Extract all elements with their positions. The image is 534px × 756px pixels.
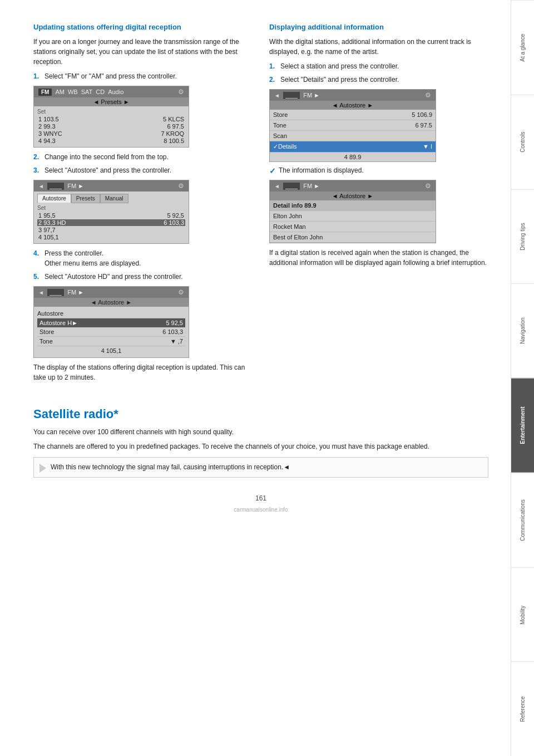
station-right: 8 100.5: [164, 138, 184, 144]
right-radio-top-2: ◄ ____ FM ► ⚙: [270, 180, 436, 192]
sidebar-item-communications[interactable]: Communications: [511, 473, 534, 567]
autostore-bar-3: ◄ Autostore ►: [34, 298, 189, 307]
menu-label: ✓Details: [273, 143, 297, 150]
menu-value: 5 106.9: [412, 111, 432, 118]
corner-icon-3: ⚙: [178, 288, 184, 296]
station-row: 1 103.5 5 KLCS: [37, 116, 185, 122]
station-list-2: 1 95,5 5 92,5 2 93,3 HD 6 103,3 3 97,7: [37, 212, 185, 240]
track-name: Rocket Man: [273, 223, 306, 230]
menu-item-autostore-hd-selected: Autostore H► 5 92,5: [37, 318, 185, 327]
right-radio-screen-1: ◄ ____ FM ► ⚙ ◄ Autostore ► Store 5 106.…: [269, 89, 436, 162]
artist-name: Elton John: [273, 213, 302, 219]
right-radio-top-1: ◄ ____ FM ► ⚙: [270, 90, 436, 101]
fm-indicator: ____: [47, 183, 64, 190]
check-icon: ✓: [269, 166, 276, 175]
menu-label: Store: [39, 328, 54, 335]
satellite-section: Satellite radio* You can receive over 10…: [33, 407, 488, 483]
menu-value: 6 97.5: [415, 122, 432, 129]
fm-indicator: ____: [283, 92, 300, 99]
radio-top-bar-3: ◄ ____ FM ► ⚙: [34, 287, 189, 298]
radio-top-bar-2: ◄ ____ FM ► ⚙: [34, 180, 189, 192]
cd-label: CD: [96, 89, 105, 95]
radio-body: Set 1 103.5 5 KLCS 2 99.3 6 97.5: [34, 106, 189, 147]
left-intro-text: If you are on a longer journey and leave…: [33, 37, 253, 67]
manual-tab[interactable]: Manual: [100, 194, 128, 203]
step-num: 5.: [33, 272, 41, 282]
sidebar-item-entertainment[interactable]: Entertainment: [511, 378, 534, 473]
station-row: 3 WNYC 7 KROQ: [37, 130, 185, 137]
sidebar-item-controls[interactable]: Controls: [511, 95, 534, 189]
step-text: Select "Autostore HD" and press the cont…: [44, 272, 183, 282]
sidebar-item-reference[interactable]: Reference: [511, 661, 534, 756]
radio-screen-3: ◄ ____ FM ► ⚙ ◄ Autostore ► Autostore Au…: [33, 286, 189, 358]
note-triangle-icon: [39, 464, 46, 473]
menu-label: Autostore H►: [39, 320, 78, 326]
menu-value: ▼ I: [423, 143, 432, 150]
radio-screen-1: FM AM WB SAT CD Audio ⚙ ◄ Presets ► Set: [33, 86, 189, 148]
autostore-bar-right-1: ◄ Autostore ►: [270, 101, 436, 110]
list-item: 5. Select "Autostore HD" and press the c…: [33, 272, 253, 282]
audio-label: Audio: [108, 89, 123, 95]
sidebar-item-at-a-glance[interactable]: At a glance: [511, 0, 534, 95]
list-item: 1. Select a station and press the contro…: [269, 61, 488, 71]
step-num: 3.: [33, 165, 41, 175]
sidebar: At a glance Controls Driving tips Naviga…: [511, 0, 534, 756]
autostore-bar-right-2: ◄ Autostore ►: [270, 192, 436, 200]
fm-text: FM ►: [303, 92, 320, 99]
step-num: 2.: [33, 152, 41, 162]
detail-album: Best of Elton John: [270, 232, 436, 243]
station-right: 6 103,3: [164, 219, 184, 226]
sidebar-item-mobility[interactable]: Mobility: [511, 567, 534, 662]
corner-icon-2: ⚙: [178, 182, 184, 190]
satellite-heading: Satellite radio*: [33, 407, 488, 421]
left-arrow-3: ◄: [38, 289, 44, 296]
station-list: 1 103.5 5 KLCS 2 99.3 6 97.5 3 WNYC 7 KR…: [37, 116, 185, 144]
left-arrow: ◄: [274, 92, 280, 99]
album-name: Best of Elton John: [273, 234, 323, 240]
step-text: Select "Details" and press the controlle…: [280, 75, 399, 85]
list-item: 4. Press the controller.Other menu items…: [33, 248, 253, 268]
check-note: ✓ The information is displayed.: [269, 166, 488, 175]
station-right: 5 KLCS: [163, 116, 184, 122]
watermark: carmanualsonline.info: [33, 507, 488, 513]
list-item: 3. Select "Autostore" and press the cont…: [33, 165, 253, 175]
station-right: 5 92,5: [167, 212, 184, 219]
fm-text: FM ►: [303, 183, 320, 189]
step-text: Select "FM" or "AM" and press the contro…: [44, 71, 177, 81]
note-box: With this new technology the signal may …: [33, 457, 488, 478]
right-intro-text: With the digital stations, additional in…: [269, 37, 488, 57]
sidebar-item-driving-tips[interactable]: Driving tips: [511, 189, 534, 284]
closing-text: The display of the stations offering dig…: [33, 362, 253, 382]
station-row: 4 94.3 8 100.5: [37, 138, 185, 144]
station-left: 1 103.5: [38, 116, 59, 122]
autostore-tab[interactable]: Autostore: [37, 194, 71, 203]
step-num: 1.: [33, 71, 41, 81]
list-item: 1. Select "FM" or "AM" and press the con…: [33, 71, 253, 81]
station-row-highlighted: 2 93,3 HD 6 103,3: [37, 219, 185, 226]
menu-label: Tone: [39, 338, 53, 345]
menu-value: 6 103,3: [162, 328, 183, 335]
page-number: 161: [33, 494, 488, 502]
menu-item-tone: Tone ▼ ,7: [37, 337, 185, 346]
menu-label: Tone: [273, 122, 286, 129]
station-row: 2 99.3 6 97.5: [37, 123, 185, 130]
fm-text-3: FM ►: [67, 289, 84, 296]
am-label: AM: [55, 89, 65, 95]
right-radio-screen-2: ◄ ____ FM ► ⚙ ◄ Autostore ► Detail info …: [269, 180, 436, 243]
step-text: Select "Autostore" and press the control…: [44, 165, 171, 175]
left-arrow: ◄: [274, 183, 280, 189]
station-row: 3 97,7: [37, 227, 185, 233]
after-text: If a digital station is received again w…: [269, 248, 488, 268]
station-row: 4 105,1: [37, 234, 185, 240]
radio-top-bar: FM AM WB SAT CD Audio ⚙: [34, 86, 189, 97]
menu-value: 5 92,5: [166, 320, 183, 326]
step-num: 2.: [269, 75, 277, 85]
menu-label: Store: [273, 111, 288, 118]
radio-body-3: Autostore Autostore H► 5 92,5 Store 6 10…: [34, 307, 189, 357]
station-row: 1 95,5 5 92,5: [37, 212, 185, 219]
check-text: The information is displayed.: [279, 166, 364, 174]
bottom-station: 4 89.9: [270, 153, 436, 161]
presets-tab[interactable]: Presets: [71, 194, 100, 203]
note-text: With this new technology the signal may …: [51, 462, 290, 472]
sidebar-item-navigation[interactable]: Navigation: [511, 283, 534, 378]
